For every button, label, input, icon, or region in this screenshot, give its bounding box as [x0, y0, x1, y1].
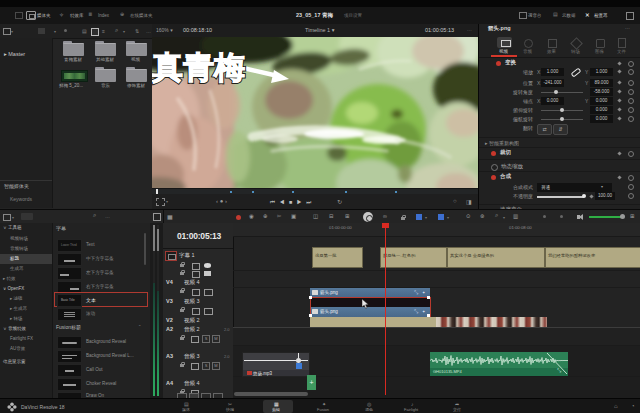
svg-text:真青梅: 真青梅 — [152, 50, 245, 85]
